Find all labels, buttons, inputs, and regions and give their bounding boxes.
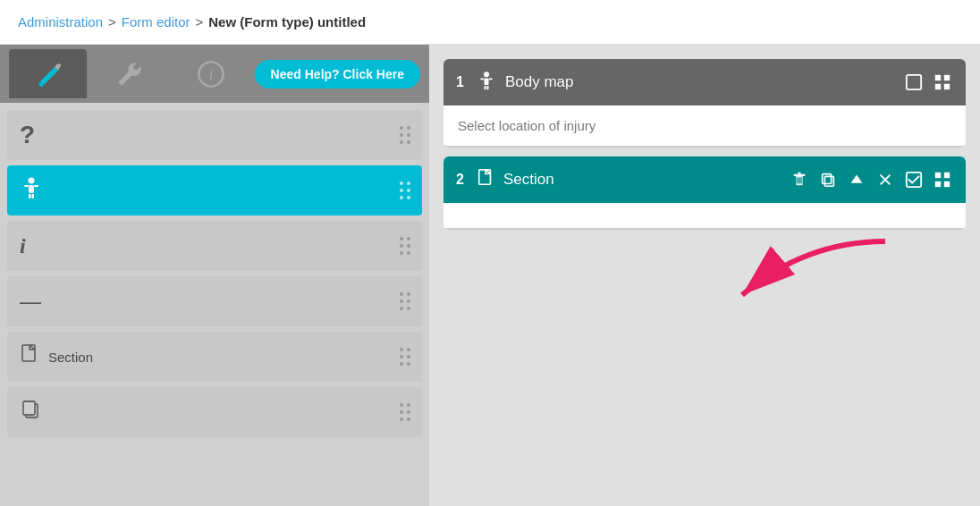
block-1-checkbox-btn[interactable] [903,72,925,93]
svg-rect-3 [29,185,34,193]
svg-text:i: i [209,67,213,82]
block-2-copy-btn[interactable] [817,169,839,190]
svg-rect-13 [480,78,484,80]
content-area: 1 Body map [429,45,980,506]
svg-rect-30 [823,174,832,184]
block-2-grid-btn[interactable] [932,169,953,190]
form-block-1-header: 1 Body map [444,59,966,105]
svg-rect-4 [24,185,29,187]
tab-info[interactable]: i [173,49,250,98]
breadcrumb-current: New (Form type) untitled [208,14,366,30]
breadcrumb: Administration > Form editor > New (Form… [0,0,980,45]
svg-rect-17 [907,75,921,89]
block-1-number: 1 [456,74,464,90]
block-2-trash-btn[interactable] [789,169,810,190]
svg-rect-27 [798,177,799,183]
svg-rect-29 [824,176,833,186]
svg-point-2 [29,178,35,184]
drag-handle-copy [400,403,411,422]
toolbar-tabs: i Need Help? Click Here [0,45,429,103]
svg-rect-25 [798,173,801,174]
svg-rect-21 [944,84,950,89]
sidebar: i Need Help? Click Here ? [0,45,429,506]
svg-point-11 [484,72,489,77]
separator-icon: — [20,289,41,314]
question-icon: ? [20,121,35,149]
breadcrumb-sep1: > [108,14,116,30]
tab-paint[interactable] [9,49,87,98]
svg-rect-15 [484,86,486,89]
section-block-icon [477,169,494,190]
svg-rect-10 [23,401,35,415]
block-2-pin-btn[interactable] [874,169,896,190]
block-1-grid-btn[interactable] [932,72,953,93]
svg-rect-28 [800,177,801,183]
help-button[interactable]: Need Help? Click Here [255,60,420,89]
block-1-title: Body map [505,73,894,91]
sidebar-item-separator[interactable]: — [7,276,422,326]
sidebar-item-copy[interactable] [7,387,422,437]
svg-rect-20 [935,84,941,89]
copy-icon [20,398,43,426]
block-2-actions [789,169,953,190]
block-2-body [444,203,966,230]
arrow-indicator [715,223,894,334]
svg-rect-36 [935,181,941,187]
svg-rect-14 [488,78,492,80]
svg-rect-7 [32,194,35,198]
tab-wrench[interactable] [91,49,169,98]
svg-rect-5 [34,185,38,187]
block-1-body: Select location of injury [444,105,966,148]
block-2-number: 2 [456,172,464,188]
svg-rect-37 [944,181,950,187]
svg-rect-34 [935,173,941,178]
drag-handle-separator [400,292,411,311]
form-block-2: 2 Section [444,156,966,230]
sidebar-item-info[interactable]: i [7,221,422,271]
svg-rect-12 [484,78,488,85]
svg-rect-19 [944,75,950,80]
svg-rect-35 [944,173,950,178]
breadcrumb-form-editor[interactable]: Form editor [122,14,190,30]
drag-handle-info [400,237,411,256]
block-1-actions [903,72,953,93]
body-map-block-icon [477,71,496,94]
block-2-up-btn[interactable] [846,169,867,190]
drag-handle-body-map [400,181,411,200]
svg-rect-16 [486,86,488,89]
svg-rect-18 [935,75,941,80]
info-icon: i [20,234,26,258]
drag-handle-question [400,126,411,145]
svg-rect-6 [29,194,31,198]
form-block-1: 1 Body map [444,59,966,148]
breadcrumb-sep2: > [196,14,204,30]
block-2-title: Section [503,171,780,189]
svg-rect-26 [797,177,798,183]
sidebar-item-section[interactable]: Section [7,332,422,382]
sidebar-item-body-map[interactable] [7,165,422,215]
sidebar-item-question[interactable]: ? [7,110,422,160]
drag-handle-section [400,348,411,367]
person-icon [20,176,43,205]
block-2-check-btn[interactable] [903,169,925,190]
breadcrumb-admin[interactable]: Administration [18,14,103,30]
svg-rect-24 [794,174,806,176]
sidebar-item-section-label: Section [48,350,93,365]
section-doc-icon [20,344,39,369]
sidebar-items: ? [0,103,429,506]
form-block-2-header: 2 Section [444,156,966,203]
